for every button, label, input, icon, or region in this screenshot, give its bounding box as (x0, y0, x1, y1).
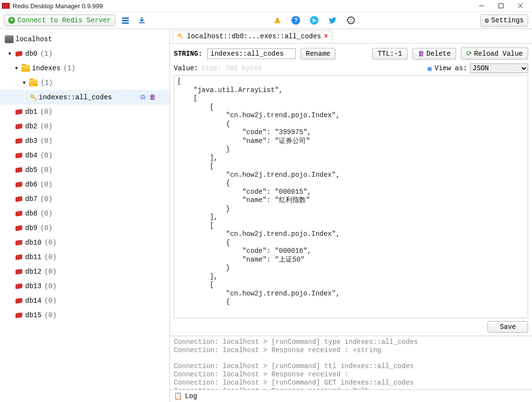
delete-icon[interactable]: 🗑 (149, 93, 156, 101)
db-count: (0) (45, 297, 57, 305)
database-icon (15, 108, 23, 115)
plus-icon: + (8, 17, 15, 24)
tree-db-db6[interactable]: db6(0) (0, 177, 169, 192)
log-tab-label: Log (185, 392, 197, 400)
tree-db-db8[interactable]: db8(0) (0, 206, 169, 221)
db-count: (0) (40, 108, 52, 116)
close-tab-icon[interactable]: × (324, 32, 328, 40)
window-title: Redis Desktop Manager 0.9.999 (13, 2, 472, 10)
db-label: db11 (25, 253, 42, 261)
log-tab[interactable]: 📋 Log (170, 389, 532, 402)
warning-icon[interactable]: ! (271, 14, 284, 27)
trash-icon: 🗑 (418, 50, 425, 58)
tree-server[interactable]: localhost (0, 32, 169, 46)
settings-label: Settings (491, 16, 524, 24)
db-count: (0) (45, 268, 57, 276)
db-count: (0) (40, 152, 52, 159)
database-icon (15, 152, 23, 159)
db-label: db8 (25, 210, 37, 217)
database-icon (15, 239, 23, 246)
import-icon[interactable] (119, 14, 132, 27)
caret-down-icon: ▼ (21, 80, 27, 86)
delete-button[interactable]: 🗑Delete (412, 48, 456, 60)
db-count: (0) (45, 239, 57, 247)
log-text[interactable]: Connection: localhost > [runCommand] typ… (170, 336, 532, 389)
tree-db-db13[interactable]: db13(0) (0, 279, 169, 294)
db-count: (1) (40, 50, 52, 58)
database-icon (15, 123, 23, 130)
db-count: (0) (40, 210, 52, 217)
value-label: Value: (174, 64, 198, 72)
db-count: (0) (45, 282, 57, 290)
value-editor[interactable]: [ "java.util.ArrayList", [ [ "cn.how2j.t… (174, 75, 528, 318)
db-label: db2 (25, 123, 37, 130)
db-label: db6 (25, 181, 37, 188)
key-name-input[interactable] (207, 48, 296, 59)
caret-down-icon: ▼ (14, 66, 19, 71)
help-icon[interactable]: ? (289, 14, 302, 27)
main-toolbar: + Connect to Redis Server ! ? ➤ ⌂ ⚙ Sett… (0, 12, 532, 29)
titlebar: Redis Desktop Manager 0.9.999 (0, 0, 532, 12)
database-icon (15, 225, 23, 232)
tree-db-db14[interactable]: db14(0) (0, 294, 169, 308)
connect-label: Connect to Redis Server (17, 16, 111, 24)
tree-db-db10[interactable]: db10(0) (0, 235, 169, 250)
reload-button[interactable]: ⟳Reload Value (461, 47, 528, 60)
tree-db-db4[interactable]: db4(0) (0, 148, 169, 163)
rename-button[interactable]: Rename (301, 48, 335, 60)
db-label: db5 (25, 166, 37, 174)
folder-label: indexes (32, 64, 61, 72)
tree-key-allcodes[interactable]: indexes::all_codes ⧉ 🗑 (0, 90, 169, 105)
database-icon (15, 167, 23, 173)
settings-button[interactable]: ⚙ Settings (480, 15, 528, 27)
tree-db-db5[interactable]: db5(0) (0, 163, 169, 177)
format-icon: ▣ (427, 64, 431, 73)
svg-rect-5 (122, 20, 129, 21)
db-count: (0) (40, 181, 52, 188)
tree-db-db9[interactable]: db9(0) (0, 221, 169, 235)
tree-db-db12[interactable]: db12(0) (0, 264, 169, 279)
tab-key[interactable]: localhost::db0:...exes::all_codes × (173, 31, 333, 42)
tree-db-db3[interactable]: db3(0) (0, 134, 169, 148)
ttl-button[interactable]: TTL:-1 (372, 48, 407, 60)
reload-label: Reload Value (474, 50, 523, 58)
db-count: (0) (40, 195, 52, 203)
download-icon[interactable] (136, 14, 148, 27)
tree-db-db7[interactable]: db7(0) (0, 192, 169, 206)
db-count: (0) (40, 123, 52, 130)
server-icon (5, 35, 14, 43)
folder-count: (1) (41, 79, 53, 87)
copy-icon[interactable]: ⧉ (140, 93, 145, 101)
database-icon (15, 50, 23, 57)
connect-button[interactable]: + Connect to Redis Server (4, 15, 115, 26)
close-button[interactable] (511, 0, 530, 12)
view-as-select[interactable]: JSON (470, 63, 528, 73)
tree-db-db11[interactable]: db11(0) (0, 250, 169, 264)
sidebar[interactable]: localhost ▼ db0 (1) ▼ indexes (1) ▼ (1) … (0, 29, 170, 402)
telegram-icon[interactable]: ➤ (308, 14, 320, 27)
db-label: db0 (25, 50, 37, 58)
github-icon[interactable]: ⌂ (345, 14, 357, 27)
tree-db-db2[interactable]: db2(0) (0, 119, 169, 134)
save-label: Save (500, 323, 516, 331)
tree-db-db1[interactable]: db1(0) (0, 105, 169, 119)
server-label: localhost (15, 35, 52, 43)
db-count: (0) (40, 166, 52, 174)
database-icon (15, 181, 23, 188)
app-icon (2, 3, 10, 9)
view-as-label: View as: (435, 64, 467, 72)
tree-db-db15[interactable]: db15(0) (0, 308, 169, 323)
tree-folder-sub[interactable]: ▼ (1) (0, 76, 169, 90)
minimize-button[interactable] (472, 0, 491, 12)
maximize-button[interactable] (491, 0, 511, 12)
db-label: db13 (25, 282, 42, 290)
svg-rect-1 (499, 4, 503, 8)
tree-folder-indexes[interactable]: ▼ indexes (1) (0, 61, 169, 76)
save-button[interactable]: Save (487, 321, 528, 333)
svg-text:!: ! (277, 18, 278, 23)
ttl-label: TTL:-1 (378, 50, 402, 58)
twitter-icon[interactable] (326, 14, 339, 27)
tree-db0[interactable]: ▼ db0 (1) (0, 46, 169, 61)
rename-label: Rename (306, 50, 330, 58)
svg-rect-4 (122, 17, 129, 19)
